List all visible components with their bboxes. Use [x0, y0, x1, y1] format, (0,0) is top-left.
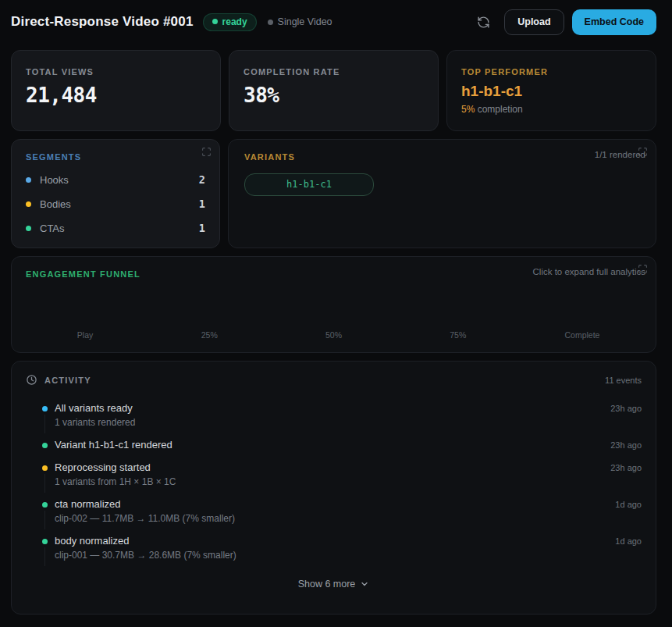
event-time: 23h ago — [610, 404, 642, 413]
expand-icon[interactable] — [201, 146, 212, 160]
activity-item: cta normalized 1d ago clip-002 — 11.7MB … — [26, 494, 642, 531]
completion-rate-value: 38% — [244, 84, 424, 107]
refresh-icon — [477, 16, 490, 29]
event-subtitle: 1 variants rendered — [55, 417, 642, 428]
activity-event-count: 11 events — [605, 376, 642, 385]
variant-chip[interactable]: h1-b1-c1 — [244, 173, 374, 196]
hooks-count: 2 — [199, 173, 205, 186]
total-views-card: TOTAL VIEWS 21,484 — [11, 50, 221, 131]
clock-icon — [26, 374, 37, 386]
ctas-label: CTAs — [40, 223, 65, 234]
header: Direct-Response Video #001 ready Single … — [11, 0, 656, 39]
page-title: Direct-Response Video #001 — [11, 14, 194, 30]
axis-label-50: 50% — [325, 330, 342, 340]
activity-item: body normalized 1d ago clip-001 — 30.7MB… — [26, 531, 642, 568]
bodies-dot-icon — [26, 201, 31, 207]
event-dot-icon — [42, 502, 48, 508]
event-time: 1d ago — [615, 536, 642, 546]
activity-title: ACTIVITY — [44, 376, 91, 385]
event-dot-icon — [42, 539, 48, 544]
ctas-dot-icon — [26, 226, 31, 231]
event-time: 23h ago — [610, 463, 642, 472]
funnel-hint: Click to expand full analytics — [533, 267, 645, 276]
variants-card[interactable]: VARIANTS 1/1 rendered h1-b1-c1 — [228, 139, 656, 248]
status-badge-label: ready — [222, 16, 247, 27]
video-type-label: Single Video — [268, 16, 332, 27]
stats-row: TOTAL VIEWS 21,484 COMPLETION RATE 38% T… — [11, 50, 656, 131]
total-views-value: 21,484 — [26, 84, 206, 107]
segment-row-ctas: CTAs 1 — [26, 222, 205, 234]
bodies-count: 1 — [199, 198, 205, 210]
bodies-label: Bodies — [40, 198, 71, 210]
completion-rate-card: COMPLETION RATE 38% — [229, 50, 439, 131]
event-time: 1d ago — [615, 500, 642, 509]
timeline-stem — [44, 547, 45, 566]
embed-code-button[interactable]: Embed Code — [572, 9, 656, 35]
status-dot-icon — [212, 19, 218, 24]
timeline-stem — [44, 415, 45, 433]
segments-variants-row: SEGMENTS Hooks 2 Bodies 1 CTAs 1 — [11, 139, 656, 248]
activity-list: All variants ready 23h ago 1 variants re… — [26, 398, 642, 568]
top-performer-card: TOP PERFORMER h1-b1-c1 5% completion — [446, 50, 656, 131]
ctas-count: 1 — [199, 222, 205, 234]
activity-header: ACTIVITY 11 events — [26, 374, 642, 386]
variants-title: VARIANTS — [244, 152, 640, 162]
segments-card[interactable]: SEGMENTS Hooks 2 Bodies 1 CTAs 1 — [11, 139, 220, 248]
top-performer-label: TOP PERFORMER — [461, 67, 642, 77]
event-dot-icon — [42, 465, 48, 471]
axis-label-play: Play — [77, 330, 93, 340]
segment-row-hooks: Hooks 2 — [26, 173, 205, 186]
event-subtitle: 1 variants from 1H × 1B × 1C — [55, 476, 642, 487]
axis-label-75: 75% — [450, 330, 466, 340]
funnel-axis: Play 25% 50% 75% Complete — [12, 330, 656, 341]
hooks-dot-icon — [26, 177, 31, 183]
top-performer-value: h1-b1-c1 — [461, 83, 642, 100]
dashboard-page: Direct-Response Video #001 ready Single … — [0, 0, 672, 615]
timeline-stem — [44, 474, 45, 493]
axis-label-25: 25% — [201, 330, 218, 340]
event-subtitle: clip-001 — 30.7MB → 28.6MB (7% smaller) — [55, 550, 642, 561]
engagement-funnel-card[interactable]: ENGAGEMENT FUNNEL Click to expand full a… — [11, 256, 656, 353]
refresh-button[interactable] — [474, 12, 493, 32]
segment-row-bodies: Bodies 1 — [26, 198, 205, 210]
variants-render-status: 1/1 rendered — [595, 150, 645, 159]
top-performer-sub: 5% completion — [461, 104, 642, 115]
event-dot-icon — [42, 443, 48, 448]
hooks-label: Hooks — [40, 174, 69, 186]
activity-item: Reprocessing started 23h ago 1 variants … — [26, 458, 642, 494]
activity-item: All variants ready 23h ago 1 variants re… — [26, 398, 642, 435]
timeline-stem — [44, 511, 45, 529]
activity-card: ACTIVITY 11 events All variants ready 23… — [11, 361, 656, 615]
chevron-down-icon — [360, 579, 369, 589]
status-badge: ready — [203, 13, 257, 31]
event-dot-icon — [42, 406, 48, 411]
show-more-button[interactable]: Show 6 more — [298, 579, 370, 590]
total-views-label: TOTAL VIEWS — [26, 67, 206, 77]
event-subtitle: clip-002 — 11.7MB → 11.0MB (7% smaller) — [55, 513, 642, 524]
completion-rate-label: COMPLETION RATE — [244, 67, 424, 77]
segments-title: SEGMENTS — [26, 152, 205, 162]
event-time: 23h ago — [610, 440, 642, 450]
activity-item: Variant h1-b1-c1 rendered 23h ago — [26, 435, 642, 458]
axis-label-complete: Complete — [564, 330, 599, 340]
type-dot-icon — [268, 20, 273, 25]
upload-button[interactable]: Upload — [504, 9, 564, 35]
